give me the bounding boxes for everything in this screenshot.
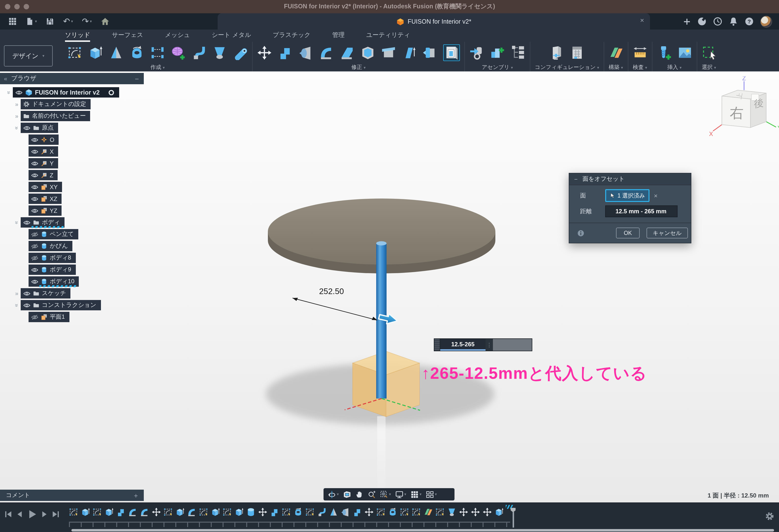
timeline-playhead[interactable] — [510, 505, 517, 528]
tree-item[interactable]: ペン立て — [28, 229, 78, 239]
timeline-feature-presspull[interactable] — [341, 508, 350, 517]
timeline-feature-combine[interactable] — [116, 508, 126, 517]
offsetface-tool-selected[interactable] — [443, 44, 460, 61]
tree-item[interactable]: ボディ10 — [28, 276, 79, 287]
document-tab[interactable]: FUISON for Interior v2* × — [218, 13, 650, 29]
chevron-down-icon[interactable]: » — [13, 124, 20, 132]
eye-visible-icon[interactable] — [31, 173, 39, 178]
ribbon-tab-ソリッド[interactable]: ソリッド — [65, 31, 90, 42]
timeline-feature-move[interactable] — [471, 508, 480, 517]
split-tool-icon[interactable] — [381, 45, 396, 60]
timeline-feature-combine[interactable] — [270, 508, 279, 517]
account-avatar[interactable] — [760, 15, 772, 27]
timeline-scrollbar[interactable] — [71, 529, 774, 532]
extensions-icon[interactable] — [697, 17, 707, 26]
timeline-feature-sketch[interactable] — [282, 508, 291, 517]
timeline-feature-fillet[interactable] — [128, 508, 137, 517]
tree-item[interactable]: X — [28, 146, 58, 157]
newcomp-tool-icon[interactable] — [490, 45, 505, 60]
eye-visible-icon[interactable] — [31, 267, 39, 272]
ribbon-group-label[interactable]: 検査▾ — [633, 64, 647, 71]
chevron-down-icon[interactable]: » — [5, 88, 12, 96]
move-tool-icon[interactable] — [257, 45, 272, 60]
eye-hidden-icon[interactable] — [31, 232, 39, 237]
info-icon[interactable] — [577, 229, 585, 237]
eye-visible-icon[interactable] — [31, 279, 39, 284]
ribbon-tab-ユーティリティ[interactable]: ユーティリティ — [366, 31, 410, 42]
ribbon-group-label[interactable]: 構築▾ — [609, 64, 623, 71]
clear-selection-icon[interactable]: × — [654, 192, 658, 199]
eye-visible-icon[interactable] — [23, 291, 31, 296]
undo-button[interactable]: ↶▾ — [60, 15, 76, 28]
tree-item[interactable]: 名前の付いたビュー — [21, 111, 91, 121]
ribbon-tab-メッシュ[interactable]: メッシュ — [165, 31, 190, 42]
ribbon-group-label[interactable]: コンフィギュレーション▾ — [535, 64, 599, 71]
timeline-feature-sketch[interactable] — [376, 508, 385, 517]
tree-item[interactable]: Y — [28, 158, 58, 169]
timeline-feature-sketch[interactable] — [412, 508, 421, 517]
cone-tool-icon[interactable] — [109, 45, 124, 60]
timeline-feature-move[interactable] — [483, 508, 492, 517]
timeline-feature-move[interactable] — [258, 508, 267, 517]
viewcube-front-face[interactable]: 右 — [730, 105, 743, 121]
widget-slider[interactable] — [493, 339, 532, 351]
bolt-tool-icon[interactable] — [657, 45, 671, 60]
distance-input[interactable]: 12.5 mm - 265 mm — [605, 205, 677, 217]
eye-visible-icon[interactable] — [31, 149, 39, 154]
stepfwd-button[interactable] — [40, 510, 49, 519]
presspull-tool-icon[interactable] — [298, 45, 313, 60]
replace-tool-icon[interactable] — [422, 45, 437, 60]
timeline-feature-sketch[interactable] — [93, 508, 102, 517]
loft-tool-icon[interactable] — [212, 45, 227, 60]
sketch-tool-icon[interactable] — [67, 45, 82, 60]
dialog-titlebar[interactable]: − 面をオフセット — [569, 173, 691, 185]
measure-tool-icon[interactable] — [633, 45, 647, 60]
config-tool-icon[interactable] — [549, 45, 564, 60]
fillet-tool-icon[interactable] — [319, 45, 334, 60]
tree-item[interactable]: ボディ — [21, 217, 64, 228]
combine-tool-icon[interactable] — [278, 45, 293, 60]
timeline-feature-revolve[interactable] — [388, 508, 398, 517]
tree-item[interactable]: FUISON for Interior v2 — [13, 87, 119, 98]
offset-value-input[interactable]: 12.5-265 — [440, 339, 485, 351]
timeline-feature-sketch[interactable] — [199, 508, 208, 517]
timeline-feature-box[interactable] — [81, 508, 90, 517]
fit-nav-icon[interactable]: ▾ — [380, 490, 391, 498]
window-zoom-button[interactable] — [24, 4, 29, 9]
cancel-button[interactable]: キャンセル — [647, 228, 688, 238]
pipe-tool-icon[interactable] — [233, 45, 248, 60]
chevron-down-icon[interactable]: » — [13, 301, 20, 309]
orbit-nav-icon[interactable]: ▾ — [328, 490, 339, 498]
timeline-feature-cone[interactable] — [329, 508, 338, 517]
dialog-minimize-icon[interactable]: − — [574, 176, 578, 182]
eye-visible-icon[interactable] — [31, 137, 39, 142]
timeline-feature-fillet[interactable] — [187, 508, 196, 517]
skipstart-button[interactable] — [4, 510, 13, 519]
timeline-feature-sketch[interactable] — [400, 508, 409, 517]
ribbon-group-label[interactable]: 修正▾ — [351, 64, 366, 71]
tree-item[interactable]: XY — [28, 182, 62, 192]
quad-nav-icon[interactable]: ▾ — [426, 490, 437, 498]
sweep-tool-icon[interactable] — [191, 45, 206, 60]
timeline-feature-fillet[interactable] — [140, 508, 149, 517]
box-tool-icon[interactable] — [88, 45, 103, 60]
help-icon[interactable] — [744, 17, 754, 26]
ribbon-tab-シート メタル[interactable]: シート メタル — [212, 31, 251, 42]
timeline-feature-cylinder[interactable] — [246, 508, 255, 517]
tree-item[interactable]: YZ — [28, 205, 62, 216]
eye-visible-icon[interactable] — [23, 125, 31, 130]
ribbon-group-label[interactable]: アセンブリ▾ — [482, 64, 513, 71]
panel-collapse-icon[interactable]: « — [4, 75, 7, 82]
timeline-feature-sweep[interactable] — [317, 508, 326, 517]
ribbon-group-label[interactable]: 挿入▾ — [667, 64, 681, 71]
pattern-tool-icon[interactable] — [150, 45, 165, 60]
eye-hidden-icon[interactable] — [31, 255, 39, 260]
timeline-feature-revolve[interactable] — [294, 508, 303, 517]
eye-visible-icon[interactable] — [23, 220, 31, 225]
shell-tool-icon[interactable] — [360, 45, 375, 60]
ribbon-group-label[interactable]: 作成▾ — [151, 64, 165, 71]
timeline-feature-move[interactable] — [152, 508, 161, 517]
widget-drag-handle[interactable] — [434, 339, 440, 351]
timeline-feature-sketch[interactable] — [305, 508, 315, 517]
chevron-right-icon[interactable]: » — [13, 290, 21, 297]
